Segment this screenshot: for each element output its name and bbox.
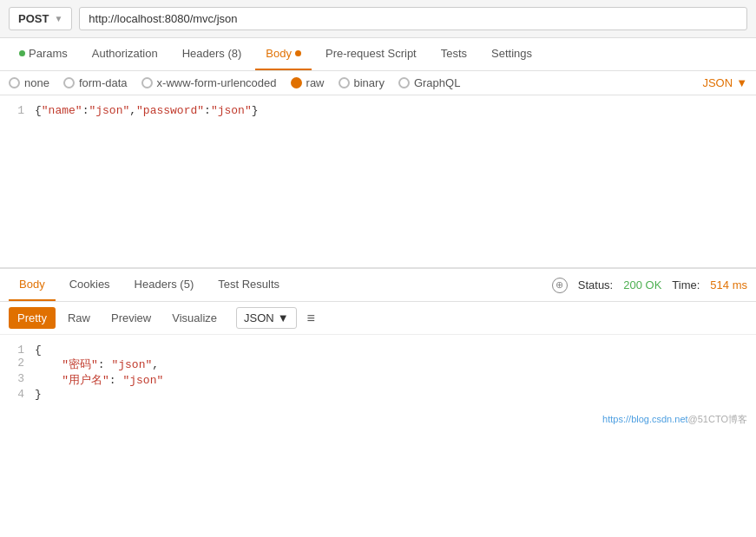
wrap-icon[interactable]: ≡	[307, 311, 315, 326]
json-format-dropdown[interactable]: JSON ▼	[702, 76, 747, 89]
tab-settings-label: Settings	[491, 47, 532, 60]
option-binary[interactable]: binary	[339, 76, 385, 89]
fmt-tab-preview-label: Preview	[111, 311, 151, 324]
tab-params[interactable]: Params	[9, 38, 78, 70]
tab-authorization[interactable]: Authorization	[82, 38, 168, 70]
resp-json-chevron: ▼	[278, 311, 289, 324]
req-key-password: "password"	[136, 104, 204, 117]
params-dot	[19, 50, 25, 56]
option-none-label: none	[24, 76, 49, 89]
globe-icon: ⊕	[552, 278, 568, 293]
method-select[interactable]: POST ▼	[9, 7, 72, 30]
url-bar: POST ▼	[0, 0, 756, 38]
radio-form-data	[63, 77, 75, 88]
option-raw-label: raw	[306, 76, 325, 89]
req-brace-open: {	[35, 104, 42, 117]
fmt-tab-pretty[interactable]: Pretty	[9, 307, 56, 329]
resp-json-label: JSON	[244, 311, 274, 324]
resp-brace-open: {	[35, 344, 756, 357]
resp-line-3-content: "用户名": "json"	[35, 372, 756, 388]
req-val-password: "json"	[211, 104, 252, 117]
resp-line-2: 2 "密码": "json",	[0, 357, 756, 372]
url-input[interactable]	[79, 7, 747, 30]
watermark-suffix: @51CTO博客	[688, 414, 747, 424]
json-format-label: JSON	[702, 76, 733, 89]
resp-comma-1: ,	[152, 358, 159, 371]
option-none[interactable]: none	[9, 76, 49, 89]
req-code-line-1: 1 {"name":"json","password":"json"}	[0, 104, 756, 117]
status-value: 200 OK	[623, 278, 661, 291]
option-raw[interactable]: raw	[291, 76, 325, 89]
req-comma-1: ,	[129, 104, 136, 117]
response-format-bar: Pretty Raw Preview Visualize JSON ▼ ≡	[0, 302, 756, 335]
fmt-tab-raw-label: Raw	[68, 311, 90, 324]
radio-raw	[291, 77, 302, 88]
req-brace-close: }	[252, 104, 259, 117]
resp-tab-test-results-label: Test Results	[218, 278, 279, 291]
tab-tests[interactable]: Tests	[431, 38, 477, 70]
option-form-data[interactable]: form-data	[63, 76, 128, 89]
resp-tab-cookies[interactable]: Cookies	[59, 269, 121, 301]
resp-tab-test-results[interactable]: Test Results	[207, 269, 290, 301]
option-urlencoded[interactable]: x-www-form-urlencoded	[141, 76, 277, 89]
tab-pre-request-label: Pre-request Script	[325, 47, 417, 60]
resp-tab-cookies-label: Cookies	[69, 278, 110, 291]
option-urlencoded-label: x-www-form-urlencoded	[157, 76, 277, 89]
watermark-url: https://blog.csdn.net	[602, 414, 687, 424]
resp-val-1: "json"	[111, 358, 152, 371]
resp-colon-1: :	[98, 358, 112, 371]
tab-body-label: Body	[266, 47, 292, 60]
response-status: ⊕ Status: 200 OK Time: 514 ms	[552, 278, 747, 293]
req-colon-2: :	[204, 104, 211, 117]
resp-json-dropdown[interactable]: JSON ▼	[236, 307, 297, 329]
option-graphql[interactable]: GraphQL	[398, 76, 460, 89]
resp-val-2: "json"	[122, 374, 163, 387]
option-binary-label: binary	[354, 76, 385, 89]
fmt-tab-visualize[interactable]: Visualize	[163, 307, 226, 329]
resp-key-2: "用户名"	[62, 374, 109, 387]
resp-line-4: 4 }	[0, 388, 756, 401]
tab-body[interactable]: Body	[255, 38, 312, 70]
resp-line-num-3: 3	[0, 372, 35, 385]
time-label: Time:	[672, 278, 700, 291]
resp-key-1: "密码"	[62, 358, 98, 371]
tab-pre-request[interactable]: Pre-request Script	[315, 38, 427, 70]
request-body-editor: 1 {"name":"json","password":"json"}	[0, 95, 756, 269]
req-key-name: "name"	[42, 104, 82, 117]
resp-line-num-1: 1	[0, 344, 35, 357]
body-type-tabs: none form-data x-www-form-urlencoded raw…	[0, 71, 756, 95]
response-section: Body Cookies Headers (5) Test Results ⊕ …	[0, 269, 756, 429]
option-form-data-label: form-data	[79, 76, 128, 89]
tab-headers[interactable]: Headers (8)	[172, 38, 253, 70]
tab-tests-label: Tests	[441, 47, 467, 60]
req-line-content-1[interactable]: {"name":"json","password":"json"}	[35, 104, 756, 117]
response-tabs: Body Cookies Headers (5) Test Results ⊕ …	[0, 269, 756, 302]
resp-line-3: 3 "用户名": "json"	[0, 372, 756, 388]
tab-settings[interactable]: Settings	[481, 38, 542, 70]
req-line-num-1: 1	[0, 104, 35, 117]
resp-tab-headers[interactable]: Headers (5)	[124, 269, 205, 301]
radio-urlencoded	[141, 77, 153, 88]
method-chevron: ▼	[54, 14, 62, 23]
tab-authorization-label: Authorization	[92, 47, 158, 60]
fmt-tab-pretty-label: Pretty	[17, 311, 47, 324]
method-label: POST	[18, 12, 49, 25]
resp-tab-body[interactable]: Body	[9, 269, 56, 301]
tab-params-label: Params	[29, 47, 68, 60]
resp-line-num-2: 2	[0, 357, 35, 370]
req-val-name: "json"	[89, 104, 129, 117]
request-tabs: Params Authorization Headers (8) Body Pr…	[0, 38, 756, 71]
resp-brace-close: }	[35, 388, 756, 401]
resp-line-1: 1 {	[0, 344, 756, 357]
tab-headers-label: Headers (8)	[182, 47, 242, 60]
fmt-tab-raw[interactable]: Raw	[59, 307, 99, 329]
option-graphql-label: GraphQL	[414, 76, 460, 89]
fmt-tab-preview[interactable]: Preview	[102, 307, 160, 329]
watermark: https://blog.csdn.net@51CTO博客	[0, 409, 756, 429]
status-label: Status:	[578, 278, 613, 291]
resp-colon-2: :	[109, 374, 123, 387]
resp-line-num-4: 4	[0, 388, 35, 401]
resp-tab-headers-label: Headers (5)	[135, 278, 194, 291]
response-body-content: 1 { 2 "密码": "json", 3 "用户名": "json" 4 }	[0, 335, 756, 409]
radio-binary	[339, 77, 350, 88]
